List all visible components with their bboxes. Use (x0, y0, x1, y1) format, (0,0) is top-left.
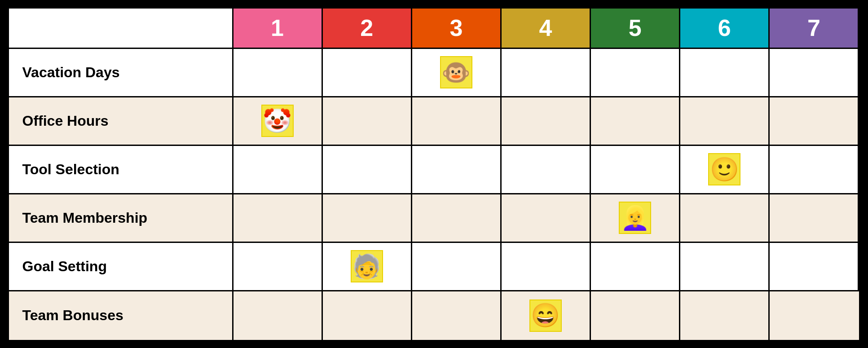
cell-goal-col5[interactable] (591, 243, 680, 291)
cell-bonus-col6[interactable] (680, 291, 770, 340)
cell-goal-col3[interactable] (412, 243, 502, 291)
row-label-team-membership: Team Membership (9, 194, 234, 243)
col-5-label: 5 (629, 14, 642, 41)
header-col-4: 4 (502, 9, 591, 49)
cell-office-col3[interactable] (412, 97, 502, 146)
header-empty-cell (9, 9, 234, 49)
emoji-team-col5: 👱‍♀️ (619, 202, 651, 234)
cell-vacation-col7[interactable] (770, 49, 859, 97)
main-container: 1 2 3 4 5 6 7 Vacation Days 🐵 (8, 7, 861, 341)
cell-team-col6[interactable] (680, 194, 770, 243)
cell-bonus-col1[interactable] (234, 291, 323, 340)
cell-team-col1[interactable] (234, 194, 323, 243)
cell-team-col7[interactable] (770, 194, 859, 243)
emoji-goal-col2: 🧓 (351, 250, 383, 282)
header-col-5: 5 (591, 9, 680, 49)
row-label-tool-selection: Tool Selection (9, 146, 234, 194)
cell-vacation-col4[interactable] (502, 49, 591, 97)
col-1-label: 1 (271, 14, 284, 41)
cell-goal-col1[interactable] (234, 243, 323, 291)
emoji-tool-col6: 🙂 (708, 153, 740, 185)
cell-vacation-col5[interactable] (591, 49, 680, 97)
cell-tool-col2[interactable] (323, 146, 412, 194)
cell-bonus-col3[interactable] (412, 291, 502, 340)
cell-bonus-col5[interactable] (591, 291, 680, 340)
col-6-label: 6 (718, 14, 731, 41)
emoji-office-col1: 🤡 (261, 105, 294, 137)
cell-tool-col6[interactable]: 🙂 (680, 146, 770, 194)
header-col-3: 3 (412, 9, 502, 49)
row-label-goal-setting: Goal Setting (9, 243, 234, 291)
cell-goal-col2[interactable]: 🧓 (323, 243, 412, 291)
cell-office-col4[interactable] (502, 97, 591, 146)
cell-team-col5[interactable]: 👱‍♀️ (591, 194, 680, 243)
header-col-2: 2 (323, 9, 412, 49)
cell-tool-col5[interactable] (591, 146, 680, 194)
cell-team-col2[interactable] (323, 194, 412, 243)
cell-bonus-col2[interactable] (323, 291, 412, 340)
cell-office-col2[interactable] (323, 97, 412, 146)
cell-tool-col1[interactable] (234, 146, 323, 194)
row-label-office-hours: Office Hours (9, 97, 234, 146)
cell-office-col6[interactable] (680, 97, 770, 146)
cell-goal-col6[interactable] (680, 243, 770, 291)
cell-office-col5[interactable] (591, 97, 680, 146)
cell-office-col1[interactable]: 🤡 (234, 97, 323, 146)
row-label-vacation-days: Vacation Days (9, 49, 234, 97)
emoji-bonus-col4: 😄 (529, 300, 562, 332)
col-3-label: 3 (449, 14, 463, 41)
cell-tool-col3[interactable] (412, 146, 502, 194)
cell-tool-col4[interactable] (502, 146, 591, 194)
col-4-label: 4 (539, 14, 552, 41)
cell-vacation-col2[interactable] (323, 49, 412, 97)
cell-team-col4[interactable] (502, 194, 591, 243)
cell-bonus-col4[interactable]: 😄 (502, 291, 591, 340)
cell-team-col3[interactable] (412, 194, 502, 243)
cell-office-col7[interactable] (770, 97, 859, 146)
header-col-7: 7 (770, 9, 859, 49)
col-7-label: 7 (807, 14, 820, 41)
cell-bonus-col7[interactable] (770, 291, 859, 340)
cell-tool-col7[interactable] (770, 146, 859, 194)
emoji-vacation-col3: 🐵 (440, 56, 472, 88)
cell-vacation-col6[interactable] (680, 49, 770, 97)
cell-goal-col7[interactable] (770, 243, 859, 291)
cell-vacation-col1[interactable] (234, 49, 323, 97)
col-2-label: 2 (360, 14, 373, 41)
cell-goal-col4[interactable] (502, 243, 591, 291)
header-col-6: 6 (680, 9, 770, 49)
row-label-team-bonuses: Team Bonuses (9, 291, 234, 340)
schedule-grid: 1 2 3 4 5 6 7 Vacation Days 🐵 (8, 7, 861, 341)
cell-vacation-col3[interactable]: 🐵 (412, 49, 502, 97)
header-col-1: 1 (234, 9, 323, 49)
